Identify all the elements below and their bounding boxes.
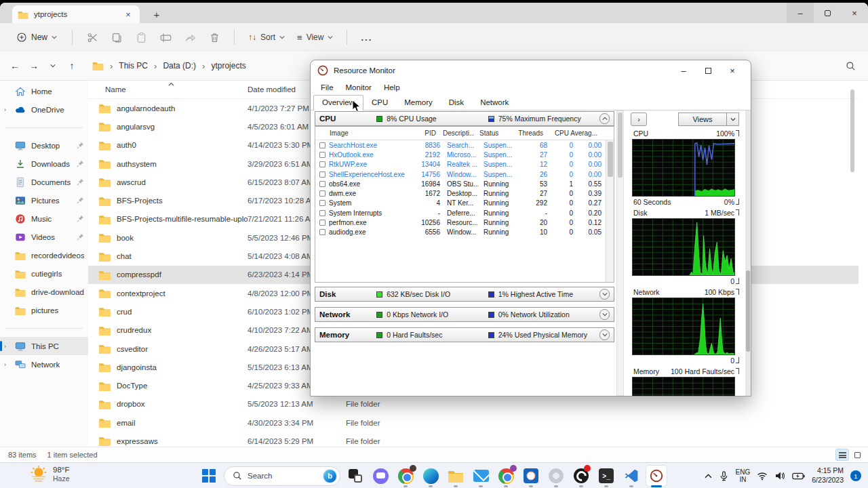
process-checkbox[interactable] (319, 190, 326, 197)
disk-section-header[interactable]: Disk 632 KB/sec Disk I/O 1% Highest Acti… (315, 287, 614, 302)
sidebar-item[interactable]: › Music (0, 209, 88, 228)
memory-section-header[interactable]: Memory 0 Hard Faults/sec 24% Used Physic… (315, 327, 614, 342)
breadcrumb-data-d[interactable]: Data (D:) (163, 61, 196, 70)
resmon-close-button[interactable]: × (721, 62, 744, 79)
paste-button[interactable] (130, 27, 153, 47)
column-status[interactable]: Status (474, 129, 511, 137)
up-button[interactable]: ↑ (64, 58, 80, 74)
share-button[interactable] (178, 27, 201, 47)
column-threads[interactable]: Threads (511, 129, 543, 137)
expand-chevron-icon[interactable]: › (4, 343, 6, 350)
sidebar-item[interactable]: › cutiegirls (0, 264, 88, 283)
mail-button[interactable] (471, 466, 491, 486)
process-checkbox[interactable] (319, 200, 326, 206)
resmon-menu-item[interactable]: Help (379, 82, 405, 93)
tab-close-icon[interactable]: × (122, 8, 134, 20)
resmon-left-scrollbar[interactable] (616, 110, 624, 396)
delete-button[interactable] (203, 27, 226, 47)
resmon-title-bar[interactable]: Resource Monitor – × (311, 60, 751, 81)
resmon-tab[interactable]: Overview (313, 95, 363, 110)
microphone-icon[interactable] (719, 470, 729, 481)
sidebar-item[interactable]: › Videos (0, 228, 88, 246)
sidebar-item[interactable]: › pictures (0, 301, 88, 319)
process-checkbox[interactable] (319, 229, 326, 235)
weather-widget[interactable]: 98°F Haze (30, 465, 70, 483)
process-row[interactable]: HxOutlook.exe 2192 Microso... Suspen... … (315, 150, 606, 159)
process-table-scrollbar[interactable] (606, 140, 614, 282)
network-section-header[interactable]: Network 0 Kbps Network I/O 0% Network Ut… (315, 307, 614, 322)
task-view-button[interactable] (345, 466, 366, 486)
column-pid[interactable]: PID (405, 129, 436, 137)
resource-monitor-taskbar-button[interactable] (646, 466, 667, 486)
resmon-tab[interactable]: Memory (396, 96, 441, 110)
file-row[interactable]: dropbox 5/5/2023 12:13 AM File folder (88, 395, 859, 413)
sidebar-item[interactable]: › Desktop (0, 136, 88, 155)
breadcrumb-this-pc[interactable]: This PC (119, 61, 148, 70)
process-row[interactable]: perfmon.exe 10256 Resourc... Running 20 … (315, 218, 606, 227)
battery-icon[interactable] (792, 472, 805, 480)
breadcrumb-ytprojects[interactable]: ytprojects (211, 61, 245, 70)
sort-button[interactable]: ↑↓ Sort (243, 28, 290, 46)
process-row[interactable]: obs64.exe 16984 OBS Stu... Running 53 1 … (315, 179, 606, 188)
column-average-cpu[interactable]: Averag... (569, 129, 599, 137)
process-row[interactable]: RtkUWP.exe 13404 Realtek ... Suspen... 1… (315, 160, 606, 169)
forward-button[interactable]: → (26, 58, 42, 74)
vscode-button[interactable] (621, 466, 642, 486)
sidebar-item[interactable]: › drive-download-20 (0, 283, 88, 301)
sidebar-item[interactable]: › Downloads (0, 155, 88, 173)
details-view-button[interactable] (835, 449, 849, 461)
new-button[interactable]: New (9, 28, 64, 47)
process-row[interactable]: SearchHost.exe 8836 Search... Suspen... … (315, 140, 606, 150)
resmon-menu-item[interactable]: File (316, 82, 338, 93)
edge-button[interactable] (420, 466, 441, 486)
disk-expand-button[interactable] (599, 289, 610, 300)
large-icons-view-button[interactable] (850, 449, 864, 461)
file-list-scrollbar[interactable] (850, 89, 854, 172)
back-button[interactable]: ← (7, 58, 23, 74)
expand-chevron-icon[interactable]: › (4, 361, 6, 368)
clock[interactable]: 4:15 PM 6/23/2023 (812, 466, 844, 485)
process-row[interactable]: audiodg.exe 6556 Window... Running 10 0 … (315, 228, 606, 237)
sidebar-item[interactable]: › OneDrive (0, 100, 88, 119)
cut-button[interactable] (81, 27, 104, 47)
language-indicator[interactable]: ENG IN (736, 468, 751, 484)
explorer-tab-ytprojects[interactable]: ytprojects × (12, 5, 140, 23)
resmon-tab[interactable]: CPU (363, 96, 396, 110)
resmon-maximize-button[interactable] (696, 62, 719, 79)
cpu-collapse-button[interactable] (599, 113, 610, 124)
process-checkbox[interactable] (319, 181, 326, 187)
process-checkbox[interactable] (319, 171, 326, 178)
process-checkbox[interactable] (319, 210, 326, 216)
rename-button[interactable] (154, 27, 177, 47)
taskbar-search[interactable]: Search b (224, 466, 340, 486)
obs-studio-button[interactable] (571, 466, 591, 486)
gauge-app-button[interactable] (521, 466, 541, 486)
file-explorer-button[interactable] (446, 466, 466, 486)
process-row[interactable]: ShellExperienceHost.exe 14756 Window... … (315, 169, 606, 179)
column-cpu[interactable]: CPU (543, 129, 569, 137)
view-button[interactable]: ≡ View (292, 28, 338, 47)
sidebar-item[interactable]: › Documents (0, 173, 88, 191)
new-tab-button[interactable]: + (149, 7, 164, 22)
maximize-button[interactable] (814, 3, 841, 23)
minimize-button[interactable]: – (787, 3, 814, 23)
copy-button[interactable] (105, 27, 128, 47)
chrome-profile2-button[interactable] (496, 466, 516, 486)
expand-chevron-icon[interactable]: › (4, 106, 6, 113)
resmon-minimize-button[interactable]: – (672, 62, 695, 79)
start-button[interactable] (199, 466, 219, 486)
sidebar-item[interactable]: › recordedvideos (0, 246, 88, 264)
process-row[interactable]: System Interrupts - Deferre... Running -… (315, 208, 606, 218)
sidebar-item[interactable]: › This PC (0, 337, 88, 355)
chrome-profile1-button[interactable] (395, 466, 416, 486)
sidebar-item[interactable]: › Home (0, 82, 88, 100)
sidebar-item[interactable]: › Network (0, 355, 88, 373)
volume-icon[interactable] (774, 471, 785, 481)
recent-locations-button[interactable] (45, 58, 61, 74)
resmon-tab[interactable]: Network (472, 96, 517, 110)
chat-button[interactable] (370, 466, 391, 486)
resmon-tab[interactable]: Disk (441, 96, 472, 110)
more-options-button[interactable]: ... (355, 33, 378, 43)
process-row[interactable]: System 4 NT Ker... Running 292 0 0.27 (315, 199, 606, 208)
resmon-menu-item[interactable]: Monitor (341, 82, 376, 93)
